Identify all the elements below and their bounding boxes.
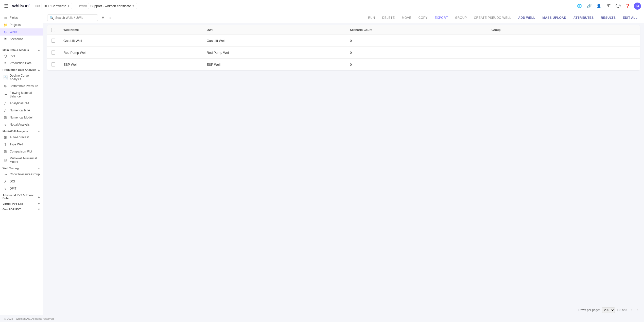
group-cell-3	[488, 59, 567, 71]
globe-icon[interactable]: 🌐	[576, 3, 583, 10]
sidebar-item-chow-pressure[interactable]: ⋯ Chow Pressure Group	[0, 171, 43, 178]
run-button[interactable]: RUN	[365, 15, 378, 21]
toolbar: 🔍 ▼ ↕ RUN DELETE MOVE COPY EXPORT GROUP …	[43, 12, 644, 23]
results-button[interactable]: RESULTS	[598, 15, 618, 21]
section-gas-eor-title: Gas EOR PVT	[3, 208, 21, 211]
sidebar-label-dfit: DFIT	[10, 187, 16, 190]
more-actions-button-2[interactable]: ⋮	[571, 49, 579, 56]
section-multi-well-header[interactable]: Multi-Well Analysis ▲	[0, 128, 43, 134]
section-multi-well: Multi-Well Analysis ▲ ⊞ Auto-Forecast T …	[0, 128, 43, 165]
row-checkbox-2[interactable]	[51, 50, 55, 55]
sidebar-label-scenarios: Scenarios	[10, 37, 23, 41]
sidebar-item-decline-curve[interactable]: 📉 Decline Curve Analysis	[0, 72, 43, 82]
search-bar[interactable]: 🔍	[47, 14, 98, 21]
sidebar-item-type-well[interactable]: T Type Well	[0, 141, 43, 148]
section-production-analysis-header[interactable]: Production Data Analysis ▲	[0, 67, 43, 72]
avatar[interactable]: PA	[634, 3, 641, 10]
sidebar-item-production-data[interactable]: ≡ Production Data	[0, 60, 43, 67]
sidebar-item-numerical-model[interactable]: ⊟ Numerical Model	[0, 114, 43, 121]
search-input[interactable]	[55, 16, 96, 20]
edit-all-button[interactable]: EDIT ALL	[620, 15, 640, 21]
section-virtual-pvt-header[interactable]: Virtual PVT Lab ▼	[0, 201, 43, 206]
chow-pressure-icon: ⋯	[3, 172, 8, 176]
help-icon[interactable]: ❓	[624, 3, 631, 10]
move-button[interactable]: MOVE	[399, 15, 414, 21]
sidebar-item-auto-forecast[interactable]: ⊞ Auto-Forecast	[0, 134, 43, 141]
project-dropdown[interactable]: Support - whitson certificate ▼	[88, 3, 137, 9]
dqi-icon: ↗	[3, 179, 8, 183]
link-icon[interactable]: 🔗	[586, 3, 593, 10]
section-main-data: Main Data & Models ▲ ⬡ PVT ≡ Production …	[0, 47, 43, 67]
mass-upload-button[interactable]: MASS UPLOAD	[540, 15, 569, 21]
pagination-prev-button[interactable]: ‹	[629, 307, 633, 313]
section-production-analysis-title: Production Data Analysis	[3, 68, 36, 71]
comparison-plot-icon: ⊟	[3, 149, 8, 154]
section-gas-eor-header[interactable]: Gas EOR PVT ▼	[0, 206, 43, 212]
well-name-header: Well Name	[59, 25, 203, 35]
content-area: 🔍 ▼ ↕ RUN DELETE MOVE COPY EXPORT GROUP …	[43, 12, 644, 315]
temperature-icon[interactable]: °F	[605, 3, 612, 10]
row-checkbox-1[interactable]	[51, 39, 55, 43]
sidebar-label-multi-well-numerical: Multi-well Numerical Model	[10, 157, 40, 164]
actions-cell-1: ⋮	[567, 35, 640, 47]
sidebar-item-bottomhole-pressure[interactable]: ⊕ Bottomhole Pressure	[0, 82, 43, 90]
section-main-data-header[interactable]: Main Data & Models ▲	[0, 47, 43, 53]
sidebar-label-nodal-analysis: Nodal Analysis	[10, 123, 30, 126]
group-button[interactable]: GROUP	[452, 15, 469, 21]
chat-icon[interactable]: 💬	[615, 3, 622, 10]
rows-per-page-select[interactable]: 200 50 100	[602, 307, 615, 313]
filter-icon[interactable]: ▼	[100, 14, 106, 21]
section-well-testing-title: Well Testing	[3, 167, 19, 170]
sidebar-item-multi-well-numerical[interactable]: ⊟ Multi-well Numerical Model	[0, 155, 43, 165]
user-icon[interactable]: 👤	[595, 3, 602, 10]
create-pseudo-well-button[interactable]: CREATE PSEUDO WELL	[471, 15, 514, 21]
hamburger-menu[interactable]: ☰	[3, 2, 9, 10]
section-virtual-pvt: Virtual PVT Lab ▼	[0, 201, 43, 206]
dfit-icon: ↘	[3, 187, 8, 191]
sidebar-label-dqi: DQI	[10, 180, 15, 183]
attributes-button[interactable]: ATTRIBUTES	[571, 15, 596, 21]
select-all-checkbox[interactable]	[51, 28, 55, 32]
sidebar-item-wells[interactable]: ⊙ Wells	[0, 28, 43, 36]
sidebar-item-nodal-analysis[interactable]: ⋄ Nodal Analysis	[0, 121, 43, 128]
project-label: Project	[79, 5, 87, 7]
delete-button[interactable]: DELETE	[380, 15, 397, 21]
more-actions-button-1[interactable]: ⋮	[571, 37, 579, 44]
sidebar-label-decline-curve: Decline Curve Analysis	[10, 74, 40, 81]
field-dropdown[interactable]: BHP Certificate ▼	[42, 3, 72, 9]
actions-header	[567, 25, 640, 35]
sidebar-item-projects[interactable]: 📁 Projects	[0, 21, 43, 28]
numerical-model-icon: ⊟	[3, 115, 8, 120]
table-container: Well Name UWI Scenario Count Group Gas L…	[43, 23, 644, 305]
row-checkbox-cell-3	[47, 59, 59, 71]
sidebar-item-scenarios[interactable]: ⚑ Scenarios	[0, 36, 43, 43]
pagination-next-button[interactable]: ›	[636, 307, 640, 313]
sidebar-item-pvt[interactable]: ⬡ PVT	[0, 53, 43, 60]
sidebar-item-dfit[interactable]: ↘ DFIT	[0, 185, 43, 192]
copy-button[interactable]: COPY	[416, 15, 430, 21]
sidebar-item-analytical-rta[interactable]: ⁄ Analytical RTA	[0, 100, 43, 107]
sidebar-item-numerical-rta[interactable]: ⁄ Numerical RTA	[0, 107, 43, 114]
sidebar-label-production-data: Production Data	[10, 61, 31, 65]
sidebar-item-fields[interactable]: ⊞ Fields	[0, 14, 43, 21]
section-virtual-pvt-title: Virtual PVT Lab	[3, 202, 23, 205]
section-multi-well-title: Multi-Well Analysis	[3, 130, 28, 133]
pagination-range: 1-3 of 3	[617, 308, 627, 312]
decline-curve-icon: 📉	[3, 75, 8, 79]
actions-cell-2: ⋮	[567, 47, 640, 59]
topbar-icons: 🌐 🔗 👤 °F 💬 ❓ PA	[576, 3, 641, 10]
sidebar-label-pvt: PVT	[10, 54, 15, 58]
row-checkbox-3[interactable]	[51, 62, 55, 66]
export-button[interactable]: EXPORT	[432, 15, 450, 21]
section-advanced-pvt-header[interactable]: Advanced PVT & Phase Beha... ▲	[0, 192, 43, 201]
scenario-count-cell-2: 0	[346, 47, 487, 59]
projects-icon: 📁	[3, 23, 8, 27]
sort-icon[interactable]: ↕	[108, 14, 112, 21]
more-actions-button-3[interactable]: ⋮	[571, 61, 579, 68]
sidebar-item-dqi[interactable]: ↗ DQI	[0, 178, 43, 185]
sidebar-item-comparison-plot[interactable]: ⊟ Comparison Plot	[0, 148, 43, 155]
add-well-button[interactable]: ADD WELL	[516, 15, 538, 21]
section-well-testing-header[interactable]: Well Testing ▲	[0, 165, 43, 171]
sidebar-label-analytical-rta: Analytical RTA	[10, 101, 29, 105]
sidebar-item-flowing-material[interactable]: 〜 Flowing Material Balance	[0, 90, 43, 100]
